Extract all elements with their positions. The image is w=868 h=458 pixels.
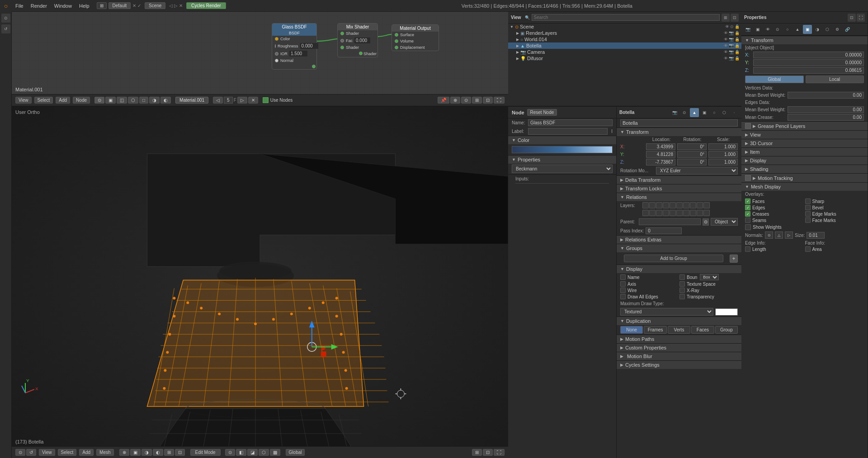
outliner-item-renderlayers[interactable]: ▶ ▣ RenderLayers 👁 📷 🔒	[508, 30, 741, 36]
properties-section-header[interactable]: ▼ Properties	[508, 155, 616, 164]
ne-fullscreen-btn[interactable]: ⛶	[494, 97, 505, 104]
color-section-header[interactable]: ▼ Color	[508, 136, 616, 144]
rl-lock[interactable]: 🔒	[735, 31, 740, 35]
node-material-output[interactable]: Material Output Surface Volume Displacem…	[392, 24, 439, 51]
vt-zoom-btn[interactable]: ⊡	[483, 449, 493, 456]
pi-output[interactable]: ▣	[753, 25, 762, 34]
vt-mode-1[interactable]: ⊕	[119, 449, 129, 456]
ne-slot-prev[interactable]: ◁	[213, 97, 223, 104]
group-plus-btn[interactable]: +	[730, 255, 738, 263]
ne-view-mode-2[interactable]: ▣	[105, 97, 116, 104]
lc18[interactable]	[690, 210, 696, 216]
lc17[interactable]	[683, 210, 689, 216]
ne-node-btn[interactable]: Node	[73, 97, 90, 104]
lc19[interactable]	[697, 210, 703, 216]
disp-ts-cb[interactable]	[679, 281, 685, 287]
transform-locks-header[interactable]: ▶ Transform Locks	[617, 184, 741, 193]
left-icon-2[interactable]: ↺	[1, 24, 10, 33]
display-section-header[interactable]: ▼ Display	[617, 264, 741, 273]
outliner-zoom[interactable]: ⊡	[731, 14, 739, 22]
lc9[interactable]	[697, 202, 703, 208]
lc10[interactable]	[703, 202, 710, 208]
lc2[interactable]	[649, 202, 656, 208]
vt-mode-2[interactable]: ▣	[130, 449, 141, 456]
parent-type-select[interactable]: Object	[711, 218, 738, 226]
ne-view-btn[interactable]: View	[15, 97, 32, 104]
outliner-item-scene[interactable]: ▼ ⊙ Scene 👁 ⊙ 🔒	[508, 24, 741, 30]
parent-input[interactable]	[639, 218, 701, 225]
props-icon-data[interactable]: ▣	[700, 108, 709, 117]
botella-lock[interactable]: 🔒	[735, 43, 740, 48]
median-x-input[interactable]	[753, 52, 864, 58]
node-label-input[interactable]	[528, 128, 608, 135]
rl-vis[interactable]: 👁	[724, 31, 728, 35]
scene-vis2[interactable]: ⊙	[730, 24, 734, 29]
loc-x-input[interactable]: 3.43999	[646, 143, 675, 150]
object-color-swatch[interactable]	[715, 308, 738, 316]
vt-fullscreen-btn[interactable]: ⛶	[494, 449, 505, 456]
lc8[interactable]	[690, 202, 696, 208]
rot-y-input[interactable]	[677, 151, 707, 158]
scale-z-input[interactable]	[708, 159, 738, 165]
delta-transform-header[interactable]: ▶ Delta Transform	[617, 175, 741, 184]
fac-input[interactable]	[354, 38, 370, 43]
view-section-header[interactable]: ▶ View	[741, 130, 868, 139]
groups-section-header[interactable]: ▼ Groups	[617, 244, 741, 252]
motion-paths-header[interactable]: ▶ Motion Paths	[617, 335, 741, 343]
vt-add-menu[interactable]: Add	[79, 449, 94, 456]
reset-node-btn[interactable]: Reset Node	[527, 109, 557, 116]
ne-add-btn[interactable]: Add	[56, 97, 70, 104]
disp-boun-cb[interactable]	[679, 274, 685, 280]
duplication-header[interactable]: ▼ Duplication	[617, 316, 741, 325]
ne-view-mode-4[interactable]: ⬡	[128, 97, 138, 104]
gp-layers-header[interactable]: ▶ Grease Pencil Layers	[741, 121, 868, 130]
lc11[interactable]	[642, 210, 649, 216]
vt-pivot-dropdown[interactable]: Global	[286, 449, 305, 456]
vt-mode-3[interactable]: ◑	[142, 449, 152, 456]
vt-icon1[interactable]: ⊙	[15, 449, 25, 456]
relations-section-header[interactable]: ▼ Relations	[617, 193, 741, 201]
dif-cam[interactable]: 📷	[729, 56, 734, 61]
props-icon-material[interactable]: ○	[710, 108, 719, 117]
pi-scene[interactable]: ⊙	[773, 25, 782, 34]
node-name-input[interactable]	[528, 119, 613, 126]
gp-check[interactable]	[745, 123, 751, 129]
lc7[interactable]	[683, 202, 689, 208]
lc14[interactable]	[663, 210, 669, 216]
ne-slot-del[interactable]: ✕	[248, 97, 258, 104]
outliner-item-difusor[interactable]: ▶ 💡 Difusor 👁 📷 🔒	[508, 55, 741, 61]
ov-seams-check[interactable]	[745, 217, 750, 223]
cam-cam[interactable]: 📷	[729, 50, 734, 54]
motion-tracking-header[interactable]: ▶ Motion Tracking	[741, 173, 868, 182]
lc20[interactable]	[703, 210, 710, 216]
lc3[interactable]	[656, 202, 662, 208]
vt-mode-5[interactable]: ⊞	[164, 449, 174, 456]
pi-constraints[interactable]: 🔗	[843, 25, 852, 34]
dif-vis[interactable]: 👁	[724, 56, 728, 61]
ov-em-check[interactable]	[805, 211, 811, 217]
loc-z-input[interactable]	[646, 159, 675, 165]
props-icon-scene[interactable]: ⊙	[680, 108, 689, 117]
norm-btn2[interactable]: △	[775, 231, 783, 239]
dup-none-btn[interactable]: None	[620, 326, 643, 334]
3d-viewport[interactable]: X Y User Ortho (173) Botella ⊙ ↺ View Se…	[12, 107, 508, 458]
textured-select[interactable]: Textured	[620, 308, 713, 316]
custom-props-header[interactable]: ▶ Custom Properties	[617, 343, 741, 352]
menu-help[interactable]: Help	[75, 0, 93, 12]
node-glass-bsdf[interactable]: Glass BSDF BSDF Color Roughness IOR	[272, 23, 317, 70]
world-lock[interactable]: 🔒	[735, 37, 740, 42]
rot-z-input[interactable]	[677, 159, 707, 165]
relations-extras-header[interactable]: ▶ Relations Extras	[617, 235, 741, 244]
dup-group-btn[interactable]: Group	[715, 326, 738, 334]
norm-btn1[interactable]: ⊙	[765, 231, 773, 239]
menu-window[interactable]: Window	[51, 0, 75, 12]
node-mix-shader[interactable]: Mix Shader Shader Fac Shader Shader	[337, 23, 378, 57]
vt-layers-btn[interactable]: ⊞	[472, 449, 482, 456]
pi-texture[interactable]: ⬡	[823, 25, 832, 34]
vt-shading-5[interactable]: ▩	[270, 449, 280, 456]
vt-shading-3[interactable]: ◪	[247, 449, 258, 456]
botella-vis[interactable]: 👁	[724, 43, 728, 48]
outliner-item-camera[interactable]: ▶ 📷 Camera 👁 📷 🔒	[508, 49, 741, 55]
disp-xray-cb[interactable]	[679, 288, 685, 293]
dif-lock[interactable]: 🔒	[735, 56, 740, 61]
